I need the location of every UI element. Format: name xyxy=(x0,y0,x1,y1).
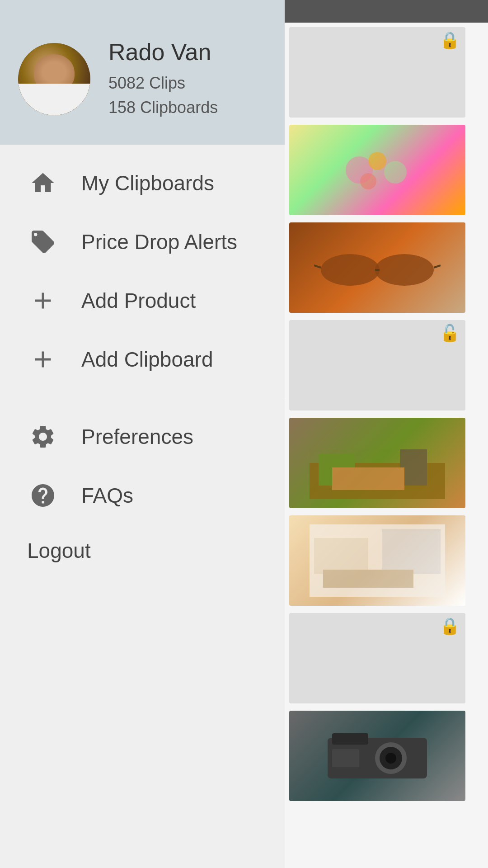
add-product-icon xyxy=(27,285,59,316)
menu-item-price-drop-alerts[interactable]: Price Drop Alerts xyxy=(0,212,285,271)
lock-icon: 🔒 xyxy=(440,617,460,636)
menu-item-preferences[interactable]: Preferences xyxy=(0,407,285,466)
svg-point-2 xyxy=(384,161,407,184)
grid-item[interactable] xyxy=(289,222,465,313)
menu-label-price-drop-alerts: Price Drop Alerts xyxy=(81,230,237,254)
grid-item[interactable]: 🔓 xyxy=(289,320,465,410)
menu-item-faqs[interactable]: FAQs xyxy=(0,466,285,525)
thumbnail xyxy=(289,222,465,313)
menu-item-my-clipboards[interactable]: My Clipboards xyxy=(0,154,285,212)
profile-info: Rado Van 5082 Clips 158 Clipboards xyxy=(108,38,218,120)
grid-item[interactable]: 🔒 xyxy=(289,613,465,703)
grid-item[interactable] xyxy=(289,711,465,801)
svg-point-3 xyxy=(360,173,376,189)
svg-line-7 xyxy=(314,265,321,268)
menu-item-add-product[interactable]: Add Product xyxy=(0,271,285,330)
menu-label-preferences: Preferences xyxy=(81,425,193,449)
menu-label-my-clipboards: My Clipboards xyxy=(81,171,214,195)
thumbnail xyxy=(289,418,465,508)
add-clipboard-icon xyxy=(27,344,59,375)
menu-label-add-product: Add Product xyxy=(81,288,196,313)
lock-icon: 🔓 xyxy=(440,324,460,343)
svg-point-21 xyxy=(385,753,396,764)
thumbnail xyxy=(289,320,465,410)
svg-point-5 xyxy=(375,254,434,286)
menu-label-logout: Logout xyxy=(27,539,91,562)
profile-header: Rado Van 5082 Clips 158 Clipboards xyxy=(0,0,285,145)
svg-rect-22 xyxy=(332,749,359,767)
svg-point-1 xyxy=(368,152,386,170)
thumbnail xyxy=(289,711,465,801)
grid-item[interactable] xyxy=(289,515,465,606)
svg-rect-16 xyxy=(323,570,413,588)
gear-icon xyxy=(27,421,59,453)
grid-item[interactable] xyxy=(289,418,465,508)
svg-rect-18 xyxy=(332,733,368,745)
navigation-drawer: Rado Van 5082 Clips 158 Clipboards My Cl… xyxy=(0,0,285,868)
lock-icon: 🔒 xyxy=(440,31,460,50)
svg-rect-14 xyxy=(314,538,368,574)
menu-item-logout[interactable]: Logout xyxy=(0,525,285,576)
profile-clips: 5082 Clips 158 Clipboards xyxy=(108,71,218,120)
svg-rect-12 xyxy=(332,467,404,490)
thumbnail xyxy=(289,515,465,606)
right-image-grid: 🔒 xyxy=(285,23,479,813)
thumbnail xyxy=(289,125,465,215)
avatar-image xyxy=(18,43,90,115)
grid-item[interactable]: 🔒 xyxy=(289,27,465,118)
menu-label-faqs: FAQs xyxy=(81,483,133,508)
avatar xyxy=(18,43,90,115)
svg-line-8 xyxy=(434,265,441,268)
menu-item-add-clipboard[interactable]: Add Clipboard xyxy=(0,330,285,389)
grid-item[interactable] xyxy=(289,125,465,215)
svg-rect-15 xyxy=(382,529,441,574)
pricetag-icon xyxy=(27,226,59,258)
svg-point-4 xyxy=(321,254,380,286)
question-icon xyxy=(27,480,59,511)
thumbnail xyxy=(289,27,465,118)
menu-label-add-clipboard: Add Clipboard xyxy=(81,347,213,372)
secondary-menu: Preferences FAQs Logout xyxy=(0,398,285,585)
thumbnail xyxy=(289,613,465,703)
profile-name: Rado Van xyxy=(108,38,218,66)
home-icon xyxy=(27,167,59,199)
primary-menu: My Clipboards Price Drop Alerts Add Prod… xyxy=(0,145,285,398)
